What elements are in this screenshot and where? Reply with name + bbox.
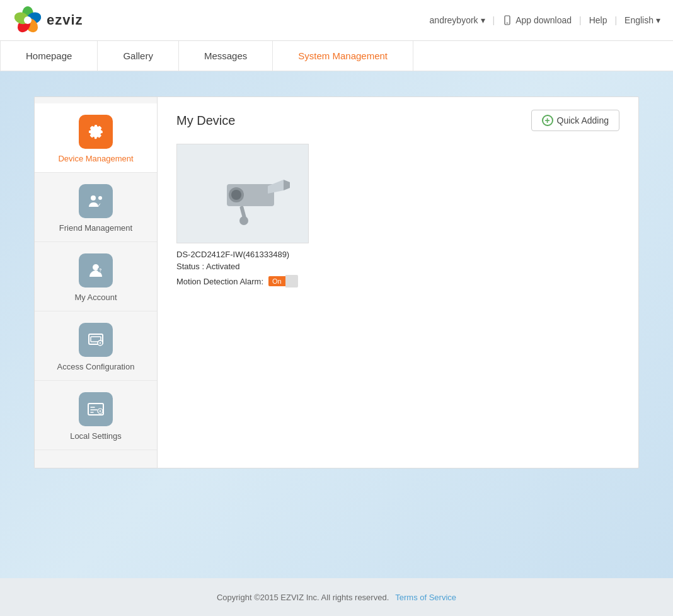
friend-management-icon-box [79, 184, 113, 218]
friends-icon [86, 192, 105, 211]
status-label: Status : [176, 262, 204, 271]
svg-text:?: ? [99, 268, 101, 272]
quick-adding-button[interactable]: + Quick Adding [531, 110, 620, 131]
status-value: Activated [206, 262, 239, 271]
device-name: DS-2CD2412F-IW(461333489) [176, 250, 309, 259]
svg-point-8 [91, 195, 96, 200]
device-card[interactable]: DS-2CD2412F-IW(461333489) Status : Activ… [176, 144, 309, 288]
content-header: My Device + Quick Adding [176, 110, 619, 131]
quick-adding-label: Quick Adding [557, 115, 609, 125]
sidebar-label-local-settings: Local Settings [70, 431, 122, 441]
logo-text: ezviz [47, 12, 83, 28]
motion-label: Motion Detection Alarm: [176, 277, 263, 286]
separator-1: | [493, 15, 495, 25]
access-icon [86, 330, 105, 349]
nav-system-management[interactable]: System Management [273, 41, 413, 71]
header-right: andreybyork ▾ | App download | Help | En… [430, 15, 660, 25]
nav-homepage[interactable]: Homepage [0, 41, 98, 71]
footer: Copyright ©2015 EZVIZ Inc. All rights re… [0, 578, 673, 616]
svg-rect-7 [507, 23, 509, 23]
app-download-text: App download [515, 15, 572, 25]
copyright-text: Copyright ©2015 EZVIZ Inc. All rights re… [217, 593, 389, 602]
sidebar-item-access-configuration[interactable]: Access Configuration [35, 311, 157, 381]
svg-point-20 [231, 190, 241, 200]
local-settings-icon-box [79, 392, 113, 426]
user-dropdown[interactable]: andreybyork ▾ [430, 15, 485, 25]
svg-point-5 [24, 16, 32, 24]
language-dropdown-icon: ▾ [656, 15, 660, 25]
user-dropdown-icon: ▾ [481, 15, 485, 25]
app-download-link[interactable]: App download [502, 15, 572, 25]
plus-icon: + [542, 115, 553, 126]
separator-2: | [579, 15, 582, 25]
separator-3: | [614, 15, 617, 25]
device-status: Status : Activated [176, 262, 309, 271]
help-link[interactable]: Help [589, 15, 607, 25]
sidebar-item-my-account[interactable]: ? My Account [35, 242, 157, 311]
sidebar-label-my-account: My Account [74, 293, 117, 302]
content-area: My Device + Quick Adding [158, 97, 638, 468]
language-dropdown[interactable]: English ▾ [624, 15, 660, 25]
motion-detection-row: Motion Detection Alarm: On [176, 275, 309, 288]
ezviz-logo-icon [13, 5, 43, 35]
phone-icon [502, 15, 512, 25]
svg-marker-24 [284, 180, 290, 190]
terms-of-service-link[interactable]: Terms of Service [395, 593, 456, 602]
nav-gallery[interactable]: Gallery [98, 41, 179, 71]
sidebar-label-friend-management: Friend Management [59, 223, 132, 233]
sidebar: Device Management Friend Management [35, 97, 158, 468]
svg-marker-23 [268, 180, 284, 194]
gear-icon [86, 122, 105, 141]
language-text: English [624, 15, 653, 25]
header: ezviz andreybyork ▾ | App download | Hel… [0, 0, 673, 41]
svg-point-9 [98, 196, 102, 200]
logo: ezviz [13, 5, 83, 35]
sidebar-item-friend-management[interactable]: Friend Management [35, 173, 157, 242]
main-container: Device Management Friend Management [34, 96, 639, 468]
nav-bar: Homepage Gallery Messages System Managem… [0, 41, 673, 71]
device-image [176, 144, 309, 243]
sidebar-item-local-settings[interactable]: Local Settings [35, 381, 157, 450]
device-management-icon-box [79, 115, 113, 149]
my-account-icon-box: ? [79, 253, 113, 288]
page-title: My Device [176, 113, 235, 128]
username: andreybyork [430, 15, 478, 25]
local-settings-icon [86, 400, 105, 419]
toggle-handle [285, 275, 298, 288]
sidebar-label-access-configuration: Access Configuration [57, 362, 135, 371]
svg-point-22 [239, 216, 248, 225]
motion-toggle[interactable]: On [268, 275, 298, 288]
account-icon: ? [86, 261, 105, 280]
sidebar-label-device-management: Device Management [58, 154, 133, 163]
nav-messages[interactable]: Messages [179, 41, 273, 71]
camera-image [192, 156, 293, 231]
toggle-on-label: On [268, 276, 285, 286]
sidebar-item-device-management[interactable]: Device Management [35, 103, 157, 173]
access-configuration-icon-box [79, 323, 113, 357]
